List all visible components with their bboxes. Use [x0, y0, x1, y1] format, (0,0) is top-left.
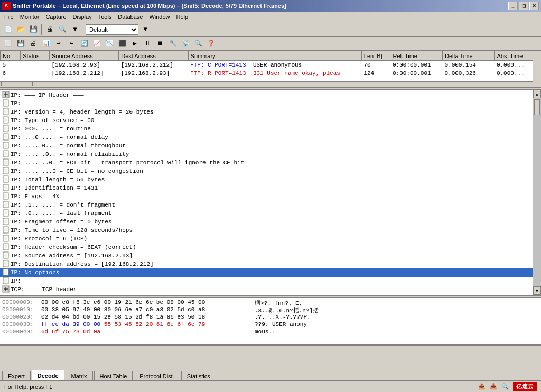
scroll-thumb[interactable] [534, 99, 540, 115]
tree-icon [2, 285, 11, 294]
tb2-btn10[interactable]: ⬛ [116, 38, 128, 50]
restore-button[interactable]: ◻ [519, 2, 528, 10]
toolbar-search-btn[interactable]: 🔍 [57, 24, 68, 35]
tb2-btn4[interactable]: 📊 [40, 38, 52, 50]
col-header-len[interactable]: Len [B] [361, 51, 390, 61]
decode-line[interactable]: IP: Source address = [192.168.2.93] [0, 251, 533, 260]
menu-database[interactable]: Database [115, 13, 146, 21]
toolbar-new-btn[interactable]: 📄 [2, 24, 14, 35]
menu-tools[interactable]: Tools [95, 13, 115, 21]
tb2-btn1[interactable]: ⬜ [2, 38, 14, 50]
col-header-summary[interactable]: Summary [188, 51, 361, 61]
decode-line[interactable]: IP: Header checksum = 6EA7 (correct) [0, 243, 533, 251]
scroll-down-arrow[interactable]: ▼ [533, 286, 541, 295]
tb2-btn6[interactable]: ↪ [66, 38, 77, 50]
decode-line-text: IP: ...0 .... = normal delay [11, 134, 108, 141]
col-header-status[interactable]: Status [21, 51, 50, 61]
app-icon: S [2, 2, 11, 10]
decode-line[interactable]: IP: [0, 99, 533, 108]
decode-line[interactable]: IP: 000. .... = routine [0, 125, 533, 133]
col-header-src[interactable]: Source Address [49, 51, 118, 61]
decode-line[interactable]: IP: .... ...0 = CE bit – no congestion [0, 167, 533, 175]
tb2-btn13[interactable]: ⏹ [154, 38, 166, 50]
toolbar-sep2 [83, 24, 83, 35]
status-icon-1: 📤 [478, 383, 486, 390]
tb2-btn17[interactable]: ❓ [205, 38, 217, 50]
decode-line[interactable]: IP: Flags = 4X [0, 192, 533, 201]
menu-help[interactable]: Help [173, 13, 192, 21]
tb2-btn5[interactable]: ↩ [53, 38, 64, 50]
doc-icon [2, 268, 11, 277]
decode-line[interactable]: IP: No options [0, 268, 533, 277]
status-left: For Help, press F1 [4, 384, 52, 390]
decode-scrollbar[interactable]: ▲ ▼ [533, 90, 541, 295]
toolbar-filter-btn[interactable]: ▼ [69, 24, 81, 35]
h-scrollbar[interactable] [0, 81, 533, 87]
decode-line[interactable]: IP: Fragment offset = 0 bytes [0, 218, 533, 226]
tb2-btn16[interactable]: 🔍 [192, 38, 204, 50]
tb2-btn11[interactable]: ▶ [129, 38, 141, 50]
toolbar-dropdown-arrow[interactable]: ▼ [139, 24, 151, 35]
menu-file[interactable]: File [1, 13, 17, 21]
packet-row-dst: [192.168.2.93] [119, 69, 188, 78]
menu-window[interactable]: Window [146, 13, 173, 21]
decode-line[interactable]: IP: Protocol = 6 (TCP) [0, 235, 533, 243]
table-row[interactable]: 6 [192.168.2.212] [192.168.2.93] FTP: R … [1, 69, 541, 78]
menu-capture[interactable]: Capture [42, 13, 69, 21]
doc-icon [2, 235, 11, 244]
v-scrollbar[interactable] [533, 51, 541, 87]
decode-line[interactable]: IP: Type of service = 00 [0, 116, 533, 125]
decode-line-text: IP: [11, 278, 21, 284]
table-row[interactable]: 5 [192.168.2.93] [192.168.2.212] FTP: C … [1, 61, 541, 69]
col-header-dst[interactable]: Dest Address [119, 51, 188, 61]
doc-icon [2, 99, 11, 108]
tab-expert[interactable]: Expert [2, 371, 31, 380]
hex-line: 00000010:00 38 05 97 40 00 80 06 6e a7 c… [2, 306, 539, 314]
decode-line[interactable]: IP: .... .0.. = normal reliability [0, 150, 533, 158]
scroll-up-arrow[interactable]: ▲ [533, 90, 541, 98]
tb2-btn8[interactable]: 📈 [91, 38, 102, 50]
toolbar-print-btn[interactable]: 🖨 [44, 24, 55, 35]
decode-line[interactable]: IP: Time to live = 128 seconds/hops [0, 226, 533, 235]
decode-line[interactable]: IP: .1.. .... = don't fragment [0, 201, 533, 209]
decode-line[interactable]: IP: Destination address = [192.168.2.212… [0, 260, 533, 268]
tab-matrix[interactable]: Matrix [66, 371, 93, 380]
col-header-rel[interactable]: Rel. Time [390, 51, 442, 61]
decode-line[interactable]: TCP: ——— TCP header ——— [0, 285, 533, 294]
decode-line[interactable]: IP: Version = 4, header length = 20 byte… [0, 108, 533, 116]
decode-line[interactable]: IP: .... ..0. = ECT bit – transport prot… [0, 158, 533, 167]
decode-line-text: IP: Header checksum = 6EA7 (correct) [11, 244, 136, 250]
toolbar-profile-dropdown[interactable]: Default [86, 24, 138, 35]
menu-display[interactable]: Display [70, 13, 95, 21]
tb2-btn15[interactable]: 📡 [180, 38, 191, 50]
tb2-btn14[interactable]: 🔧 [167, 38, 179, 50]
tab-statistics[interactable]: Statistics [181, 371, 216, 380]
tb2-btn2[interactable]: 💾 [15, 38, 26, 50]
decode-line[interactable]: IP: Identification = 1431 [0, 184, 533, 192]
col-header-no[interactable]: No. [1, 51, 21, 61]
tab-decode[interactable]: Decode [32, 370, 64, 380]
hex-line: 00000020:02 d4 04 bd 00 15 2e 58 15 2d f… [2, 314, 539, 321]
toolbar-open-btn[interactable]: 📂 [15, 24, 26, 35]
scroll-track[interactable] [533, 98, 541, 286]
col-header-delta[interactable]: Delta Time [442, 51, 494, 61]
tab-protocol-dist.[interactable]: Protocol Dist. [134, 371, 180, 380]
toolbar-save-btn[interactable]: 💾 [27, 24, 39, 35]
tb2-btn9[interactable]: 📉 [104, 38, 115, 50]
decode-line[interactable]: IP: [0, 277, 533, 285]
decode-line[interactable]: IP: .... 0... = normal throughput [0, 142, 533, 150]
decode-line[interactable]: IP: .0.. .... = last fragment [0, 209, 533, 218]
decode-line[interactable]: IP: ...0 .... = normal delay [0, 133, 533, 142]
decode-line[interactable]: IP: ——— IP Header ——— [0, 91, 533, 99]
minimize-button[interactable]: _ [508, 2, 518, 10]
close-button[interactable]: ✕ [529, 2, 539, 10]
doc-icon [2, 158, 11, 167]
doc-icon [2, 150, 11, 159]
h-scroll-thumb[interactable] [1, 82, 33, 86]
tb2-btn7[interactable]: 🔄 [78, 38, 90, 50]
decode-line[interactable]: IP: Total length = 56 bytes [0, 175, 533, 184]
tb2-btn3[interactable]: 🖨 [27, 38, 39, 50]
tb2-btn12[interactable]: ⏸ [142, 38, 153, 50]
tab-host-table[interactable]: Host Table [94, 371, 133, 380]
menu-monitor[interactable]: Monitor [17, 13, 43, 21]
